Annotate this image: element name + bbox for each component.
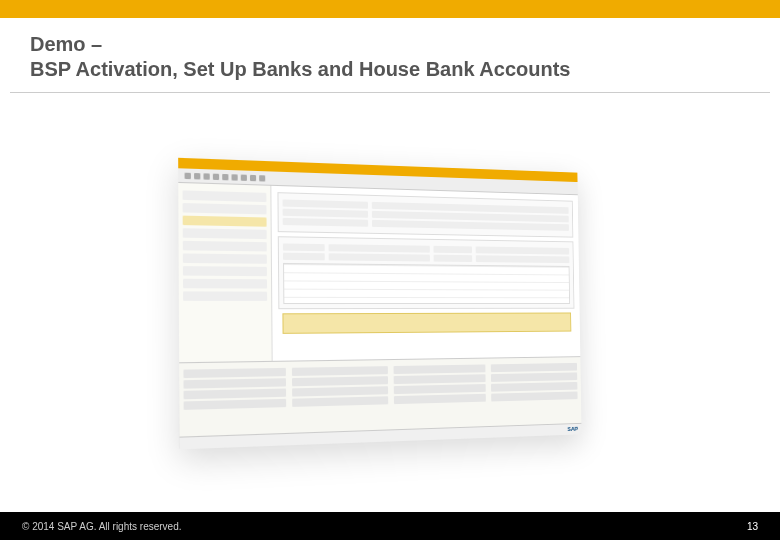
mock-grid	[283, 263, 570, 304]
mock-lower-panel	[179, 356, 581, 436]
mock-header-panel	[277, 192, 573, 237]
sap-logo: SAP	[567, 426, 578, 432]
mock-main	[178, 183, 580, 362]
title-line-2: BSP Activation, Set Up Banks and House B…	[30, 57, 750, 82]
mock-detail-panel	[278, 236, 575, 309]
slide-body: SAP	[0, 93, 780, 513]
mock-sidebar	[178, 183, 272, 362]
title-line-1: Demo –	[30, 32, 750, 57]
page-number: 13	[747, 521, 758, 532]
slide-footer: © 2014 SAP AG. All rights reserved. 13	[0, 512, 780, 540]
mock-content	[271, 186, 580, 361]
copyright-text: © 2014 SAP AG. All rights reserved.	[22, 521, 182, 532]
title-block: Demo – BSP Activation, Set Up Banks and …	[10, 18, 770, 93]
accent-bar	[0, 0, 780, 18]
screenshot-mockup: SAP	[180, 165, 600, 441]
mock-highlight-panel	[282, 313, 571, 334]
